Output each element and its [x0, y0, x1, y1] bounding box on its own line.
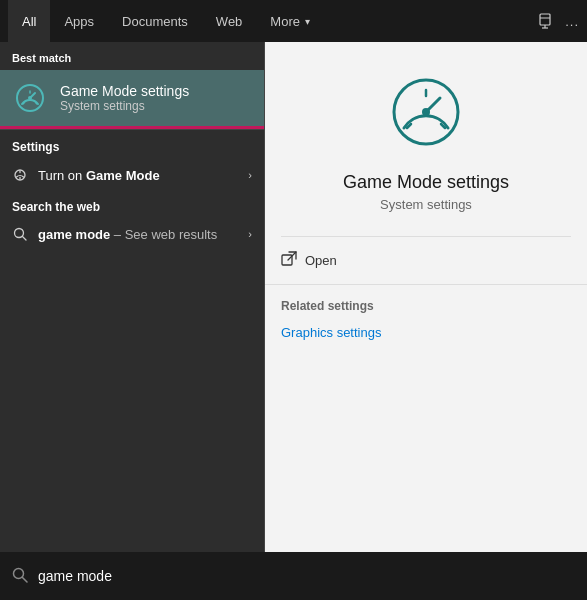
tab-apps-label: Apps [64, 14, 94, 29]
tab-documents-label: Documents [122, 14, 188, 29]
settings-section-label: Settings [0, 129, 264, 158]
tab-web[interactable]: Web [202, 0, 257, 42]
web-item-main: game mode [38, 227, 110, 242]
svg-rect-21 [282, 255, 292, 265]
top-nav: All Apps Documents Web More ▾ ... [0, 0, 587, 42]
more-options-icon[interactable]: ... [565, 14, 579, 29]
bottom-search-bar [0, 552, 587, 600]
web-search-item[interactable]: game mode – See web results › [0, 218, 264, 250]
tab-more-label: More [270, 14, 300, 29]
related-label: Related settings [281, 299, 571, 313]
right-icon-area [386, 72, 466, 156]
svg-line-8 [36, 103, 38, 105]
best-match-item[interactable]: Game Mode settings System settings [0, 70, 264, 126]
settings-item-text: Turn on Game Mode [38, 168, 160, 183]
svg-line-24 [23, 577, 28, 582]
nav-tabs: All Apps Documents Web More ▾ [8, 0, 324, 42]
pin-icon[interactable] [537, 13, 553, 29]
web-item-left: game mode – See web results [12, 226, 217, 242]
ellipsis-label: ... [565, 14, 579, 29]
svg-rect-0 [540, 14, 550, 25]
svg-line-14 [23, 237, 27, 241]
tab-documents[interactable]: Documents [108, 0, 202, 42]
open-icon [281, 251, 297, 270]
svg-line-7 [23, 103, 25, 105]
settings-item-chevron: › [248, 169, 252, 181]
best-match-title: Game Mode settings [60, 83, 189, 99]
svg-point-17 [422, 108, 430, 116]
right-title: Game Mode settings [343, 172, 509, 193]
tab-more[interactable]: More ▾ [256, 0, 324, 42]
tab-all[interactable]: All [8, 0, 50, 42]
main-content: Best match Game Mode settings System set… [0, 42, 587, 600]
right-subtitle: System settings [380, 197, 472, 212]
web-item-suffix: – See web results [110, 227, 217, 242]
web-item-chevron: › [248, 228, 252, 240]
related-settings-section: Related settings Graphics settings [265, 285, 587, 350]
settings-item-bold: Game Mode [86, 168, 160, 183]
search-input[interactable] [38, 568, 575, 584]
web-section-label: Search the web [0, 192, 264, 218]
best-match-label: Best match [0, 42, 264, 70]
tab-web-label: Web [216, 14, 243, 29]
open-label: Open [305, 253, 337, 268]
svg-point-6 [28, 96, 32, 100]
settings-item-icon [12, 167, 28, 183]
settings-item-left: Turn on Game Mode [12, 167, 160, 183]
graphics-settings-link[interactable]: Graphics settings [281, 321, 571, 344]
left-panel: Best match Game Mode settings System set… [0, 42, 265, 600]
right-panel: Game Mode settings System settings Open … [265, 42, 587, 600]
nav-action-icons: ... [537, 13, 579, 29]
tab-all-label: All [22, 14, 36, 29]
tab-apps[interactable]: Apps [50, 0, 108, 42]
search-icon [12, 567, 28, 586]
settings-item-game-mode[interactable]: Turn on Game Mode › [0, 158, 264, 192]
search-web-icon [12, 226, 28, 242]
right-game-mode-icon [386, 72, 466, 152]
game-mode-icon [12, 80, 48, 116]
best-match-text: Game Mode settings System settings [60, 83, 189, 113]
open-button-row[interactable]: Open [265, 237, 587, 285]
chevron-down-icon: ▾ [305, 16, 310, 27]
best-match-subtitle: System settings [60, 99, 189, 113]
web-item-text: game mode – See web results [38, 227, 217, 242]
